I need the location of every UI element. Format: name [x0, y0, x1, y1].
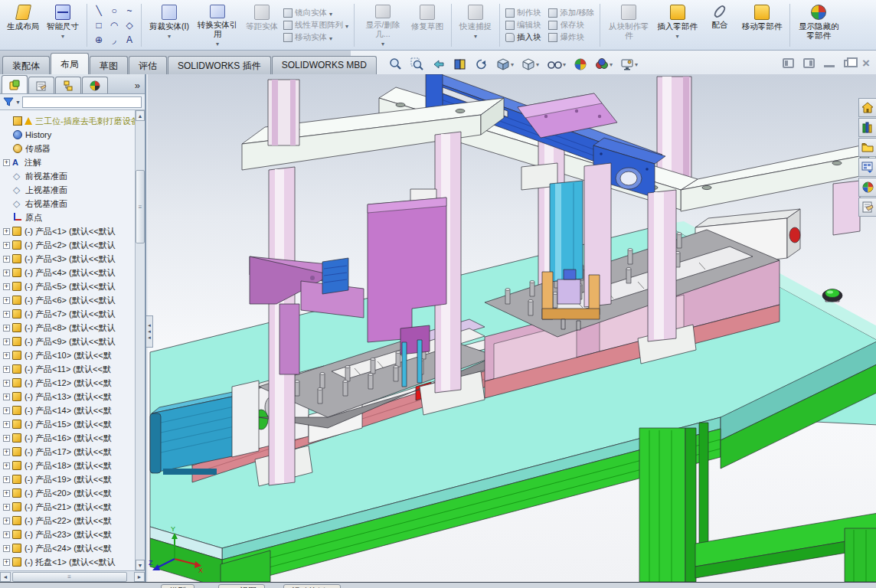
- move-entities-button[interactable]: 移动实体: [282, 31, 350, 44]
- tree-item[interactable]: +(-) 产品<8> (默认<<默认: [0, 321, 135, 335]
- expand-icon[interactable]: +: [3, 366, 10, 373]
- tree-item[interactable]: +(-) 产品<24> (默认<<默: [0, 541, 135, 555]
- dropdown-arrow[interactable]: [676, 31, 679, 41]
- expand-icon[interactable]: +: [3, 504, 10, 511]
- tree-item[interactable]: +(-) 产品<12> (默认<<默: [0, 376, 135, 390]
- tree-item[interactable]: +(-) 产品<3> (默认<<默认: [0, 252, 135, 266]
- scroll-left-arrow[interactable]: ◄: [0, 572, 11, 582]
- show-hidden-components-button[interactable]: 显示隐藏的零部件: [794, 2, 843, 49]
- design-library-tab[interactable]: [858, 118, 876, 137]
- zoom-to-fit-icon[interactable]: [387, 56, 405, 73]
- repair-sketch-button[interactable]: 修复草图: [407, 2, 447, 49]
- expand-icon[interactable]: +: [3, 325, 10, 332]
- model-scene[interactable]: X Y Z: [148, 74, 876, 582]
- expand-icon[interactable]: +: [3, 297, 10, 304]
- appearances-scenes-tab[interactable]: [858, 178, 876, 197]
- circle-tool-icon[interactable]: ○: [106, 4, 122, 18]
- expand-icon[interactable]: +: [3, 283, 10, 290]
- tree-item[interactable]: +(-) 产品<1> (默认<<默认: [0, 224, 135, 238]
- dropdown-arrow[interactable]: ▾: [610, 61, 613, 68]
- edit-block-button[interactable]: 编辑块: [504, 19, 543, 31]
- display-delete-relations-button[interactable]: 显示/删除几...: [358, 2, 407, 49]
- tree-item[interactable]: 传感器: [0, 142, 135, 155]
- insert-components-button[interactable]: 插入零部件: [653, 2, 701, 49]
- collapse-right-pane-icon[interactable]: [803, 58, 815, 68]
- filter-funnel-icon[interactable]: [3, 96, 14, 107]
- tree-item[interactable]: 上视基准面: [0, 183, 135, 197]
- linear-sketch-pattern-button[interactable]: 线性草图阵列: [282, 19, 350, 31]
- tree-item[interactable]: +(-) 产品<9> (默认<<默认: [0, 335, 135, 348]
- red-button[interactable]: [789, 227, 800, 243]
- expand-icon[interactable]: +: [3, 380, 10, 387]
- graphics-viewport[interactable]: X Y Z: [148, 74, 876, 582]
- tab-evaluate[interactable]: 评估: [129, 56, 167, 74]
- make-block-button[interactable]: 制作块: [504, 7, 543, 19]
- tree-item[interactable]: +(-) 产品<23> (默认<<默: [0, 528, 135, 541]
- zoom-to-area-icon[interactable]: [408, 56, 427, 73]
- model-tab[interactable]: 模型: [161, 584, 194, 588]
- tree-item[interactable]: +(-) 产品<19> (默认<<默: [0, 472, 135, 486]
- featuremanager-tree-tab[interactable]: [2, 75, 28, 93]
- scroll-thumb[interactable]: ≡: [12, 572, 127, 582]
- tree-item[interactable]: +(-) 产品<20> (默认<<默: [0, 486, 135, 500]
- tree-filter-input[interactable]: [22, 96, 142, 108]
- expand-icon[interactable]: +: [3, 435, 10, 442]
- dropdown-arrow[interactable]: ▾: [511, 61, 514, 68]
- expand-icon[interactable]: +: [3, 228, 10, 235]
- tree-item[interactable]: 三工位-插座去毛刺打磨设备: [0, 114, 135, 128]
- dropdown-arrow[interactable]: ▾: [536, 61, 539, 68]
- tab-assembly[interactable]: 装配体: [2, 56, 50, 74]
- tree-item[interactable]: +(-) 产品<4> (默认<<默认: [0, 266, 135, 279]
- dropdown-arrow[interactable]: [216, 38, 219, 48]
- dropdown-arrow[interactable]: [329, 8, 332, 18]
- tree-item[interactable]: History: [0, 128, 135, 142]
- rotate-view-icon[interactable]: [472, 56, 491, 73]
- expand-icon[interactable]: +: [3, 476, 10, 483]
- expand-icon[interactable]: +: [3, 490, 10, 497]
- filter-dropdown-arrow[interactable]: ▼: [15, 100, 21, 105]
- tree-item[interactable]: +(-) 产品<5> (默认<<默认: [0, 279, 135, 293]
- explode-block-button[interactable]: 爆炸块: [547, 31, 596, 44]
- move-component-button[interactable]: 移动零部件: [738, 2, 786, 49]
- expand-icon[interactable]: +: [3, 449, 10, 456]
- view-palette-tab[interactable]: [858, 158, 876, 177]
- panel-splitter-handle[interactable]: ◄◄◄: [146, 315, 153, 348]
- tree-item[interactable]: +(-) 产品<16> (默认<<默: [0, 431, 135, 445]
- 3d-views-tab[interactable]: 3D 视图: [218, 584, 265, 588]
- collapse-left-pane-icon[interactable]: [783, 58, 794, 68]
- create-layout-button[interactable]: 生成布局: [3, 2, 43, 49]
- expand-icon[interactable]: +: [3, 545, 10, 552]
- hide-show-items-icon[interactable]: ▾: [544, 56, 568, 73]
- dropdown-arrow[interactable]: ▾: [635, 61, 638, 68]
- tree-horizontal-scrollbar[interactable]: ◄ ≡ ►: [0, 570, 145, 582]
- tree-item[interactable]: +(-) 产品<15> (默认<<默: [0, 417, 135, 431]
- scroll-down-arrow[interactable]: ▼: [136, 560, 145, 570]
- motion-study-tab[interactable]: 运动算例 1: [283, 584, 341, 588]
- slot-tool-icon[interactable]: ⊕: [91, 33, 106, 47]
- tree-vertical-scrollbar[interactable]: ▲ ≡ ▼: [135, 110, 145, 570]
- scroll-up-arrow[interactable]: ▲: [136, 110, 145, 121]
- expand-icon[interactable]: +: [3, 462, 10, 469]
- tree-item[interactable]: 右视基准面: [0, 197, 135, 211]
- dropdown-arrow[interactable]: [168, 31, 171, 41]
- dropdown-arrow[interactable]: [381, 38, 384, 48]
- tree-item[interactable]: +(-) 产品<22> (默认<<默: [0, 514, 135, 528]
- apply-scene-icon[interactable]: ▾: [593, 56, 615, 73]
- rectangle-tool-icon[interactable]: □: [91, 18, 106, 33]
- configurationmanager-tab[interactable]: [55, 77, 81, 93]
- expand-icon[interactable]: +: [3, 559, 10, 566]
- close-icon[interactable]: ×: [862, 58, 870, 68]
- expand-icon[interactable]: +: [3, 352, 10, 359]
- convert-entities-button[interactable]: 转换实体引用: [193, 2, 242, 49]
- tree-item[interactable]: +(-) 产品<18> (默认<<默: [0, 459, 135, 472]
- home-tab[interactable]: [858, 98, 876, 117]
- dropdown-arrow[interactable]: [474, 31, 477, 41]
- view-settings-icon[interactable]: ▾: [618, 56, 640, 73]
- save-block-button[interactable]: 保存块: [547, 19, 596, 31]
- expand-icon[interactable]: +: [3, 242, 10, 249]
- insert-block-button[interactable]: 插入块: [504, 31, 543, 44]
- ellipse-tool-icon[interactable]: ◇: [122, 18, 137, 33]
- dropdown-arrow[interactable]: [345, 21, 348, 30]
- arc-tool-icon[interactable]: ◠: [106, 18, 122, 33]
- edit-appearance-icon[interactable]: [571, 56, 590, 73]
